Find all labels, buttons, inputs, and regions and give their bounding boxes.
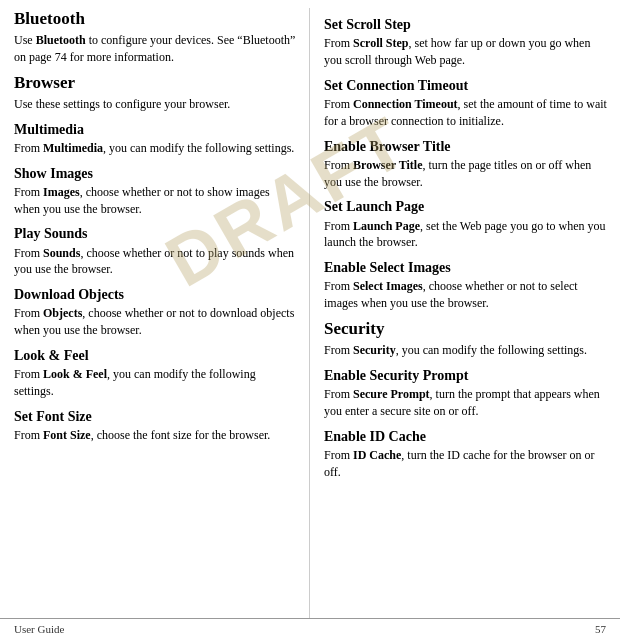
sub-heading: Enable Security Prompt (324, 367, 608, 385)
footer: User Guide 57 (0, 618, 620, 638)
body-text: From Security, you can modify the follow… (324, 342, 608, 359)
body-text: From Images, choose whether or not to sh… (14, 184, 297, 218)
left-column: BluetoothUse Bluetooth to configure your… (0, 8, 310, 618)
body-text: Use these settings to configure your bro… (14, 96, 297, 113)
sub-heading: Set Scroll Step (324, 16, 608, 34)
body-text: From Objects, choose whether or not to d… (14, 305, 297, 339)
body-text: From Connection Timeout, set the amount … (324, 96, 608, 130)
sub-heading: Download Objects (14, 286, 297, 304)
sub-heading: Enable ID Cache (324, 428, 608, 446)
sub-heading: Play Sounds (14, 225, 297, 243)
body-text: From Font Size, choose the font size for… (14, 427, 297, 444)
footer-page-number: 57 (595, 623, 606, 635)
sub-heading: Multimedia (14, 121, 297, 139)
body-text: Use Bluetooth to configure your devices.… (14, 32, 297, 66)
footer-left-label: User Guide (14, 623, 64, 635)
sub-heading: Set Launch Page (324, 198, 608, 216)
sub-heading: Enable Browser Title (324, 138, 608, 156)
body-text: From Look & Feel, you can modify the fol… (14, 366, 297, 400)
body-text: From Secure Prompt, turn the prompt that… (324, 386, 608, 420)
body-text: From Scroll Step, set how far up or down… (324, 35, 608, 69)
sub-heading: Show Images (14, 165, 297, 183)
section-heading: Bluetooth (14, 8, 297, 30)
body-text: From ID Cache, turn the ID cache for the… (324, 447, 608, 481)
body-text: From Multimedia, you can modify the foll… (14, 140, 297, 157)
body-text: From Select Images, choose whether or no… (324, 278, 608, 312)
section-heading: Browser (14, 72, 297, 94)
section-heading: Security (324, 318, 608, 340)
sub-heading: Set Font Size (14, 408, 297, 426)
page-content: BluetoothUse Bluetooth to configure your… (0, 0, 620, 618)
body-text: From Launch Page, set the Web page you g… (324, 218, 608, 252)
body-text: From Browser Title, turn the page titles… (324, 157, 608, 191)
sub-heading: Look & Feel (14, 347, 297, 365)
sub-heading: Set Connection Timeout (324, 77, 608, 95)
sub-heading: Enable Select Images (324, 259, 608, 277)
right-column: Set Scroll StepFrom Scroll Step, set how… (310, 8, 620, 618)
body-text: From Sounds, choose whether or not to pl… (14, 245, 297, 279)
